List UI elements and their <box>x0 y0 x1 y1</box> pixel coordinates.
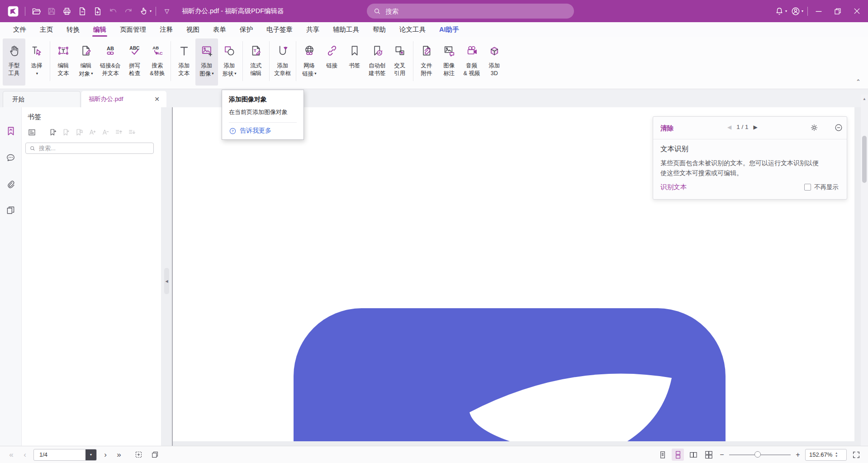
menu-item-page-management[interactable]: 页面管理 <box>113 22 153 37</box>
ribbon-button-add-text[interactable]: 添加文本 <box>173 38 195 86</box>
collapse-ribbon-icon[interactable]: ⌃ <box>856 79 861 85</box>
minimize-button[interactable] <box>811 4 826 19</box>
menu-item-home[interactable]: 主页 <box>33 22 60 37</box>
pages-panel-icon[interactable] <box>5 204 17 216</box>
account-dropdown-icon[interactable]: ▾ <box>802 9 803 13</box>
search-bookmark-icon[interactable] <box>73 126 86 138</box>
quick-access-icon[interactable]: ▽ <box>159 4 175 19</box>
close-button[interactable] <box>849 4 864 19</box>
zoom-level-box[interactable]: ▲ ▼ <box>805 449 847 461</box>
tab-document[interactable]: 福昕办公.pdf ✕ <box>81 91 166 107</box>
ribbon-button-hand-tool[interactable]: 手型工具 <box>3 38 25 86</box>
notice-prev-icon[interactable]: ◀ <box>727 124 731 130</box>
open-file-icon[interactable] <box>28 4 44 19</box>
menu-item-help[interactable]: 帮助 <box>366 22 393 37</box>
page-number-combo[interactable]: ▾ <box>33 449 97 461</box>
menu-item-comment[interactable]: 注释 <box>153 22 180 37</box>
page-remove-icon[interactable] <box>75 4 90 19</box>
ribbon-button-add-shape[interactable]: 添加形状▾ <box>218 38 241 86</box>
continuous-view-icon[interactable] <box>672 449 684 461</box>
zoom-spinner[interactable]: ▲ ▼ <box>835 452 838 458</box>
reduce-font-icon[interactable] <box>99 126 112 138</box>
delete-bookmark-icon[interactable] <box>60 126 73 138</box>
demote-bookmark-icon[interactable] <box>125 126 138 138</box>
ribbon-button-file-attachment[interactable]: 文件附件 <box>415 38 438 86</box>
first-page-icon[interactable]: « <box>6 449 16 460</box>
menu-item-e-sign[interactable]: 电子签章 <box>260 22 299 37</box>
save-icon[interactable] <box>44 4 59 19</box>
facing-view-icon[interactable] <box>687 449 699 461</box>
menu-item-ai-assistant[interactable]: AI助手 <box>432 22 466 37</box>
spin-down-icon[interactable]: ▼ <box>835 455 838 458</box>
ribbon-button-add-image[interactable]: 添加图像▾ <box>195 38 218 86</box>
zoom-out-icon[interactable]: − <box>718 451 726 459</box>
single-page-view-icon[interactable] <box>656 449 669 461</box>
last-page-icon[interactable]: » <box>114 449 124 460</box>
account-icon[interactable] <box>788 4 803 19</box>
bookmark-list-options-icon[interactable] <box>25 126 38 138</box>
ribbon-button-auto-create-bookmark[interactable]: A自动创建书签 <box>366 38 389 86</box>
hand-tool-dropdown-icon[interactable]: ▾ <box>150 9 152 13</box>
zoom-in-icon[interactable]: + <box>794 451 802 459</box>
redo-icon[interactable] <box>121 4 136 19</box>
notice-next-icon[interactable]: ▶ <box>754 124 758 130</box>
continuous-facing-view-icon[interactable] <box>702 449 715 461</box>
ribbon-button-select[interactable]: 选择▾ <box>25 38 48 86</box>
menu-item-form[interactable]: 表单 <box>206 22 233 37</box>
ribbon-button-edit-object[interactable]: 编辑对象▾ <box>75 38 97 86</box>
ribbon-button-link-merge-text[interactable]: AB链接&合并文本 <box>97 38 123 86</box>
menu-item-accessibility[interactable]: 辅助工具 <box>326 22 366 37</box>
tab-start-page[interactable]: 开始 <box>3 91 81 107</box>
notifications-dropdown-icon[interactable]: ▾ <box>785 9 787 13</box>
snapshot-icon[interactable] <box>132 449 145 461</box>
page-combo-dropdown-icon[interactable]: ▾ <box>85 449 96 461</box>
bookmark-search-box[interactable] <box>25 143 154 154</box>
dont-show-again-checkbox[interactable] <box>804 184 811 191</box>
ribbon-button-add-article-box[interactable]: 添加文章框 <box>271 38 294 86</box>
promote-bookmark-icon[interactable] <box>112 126 125 138</box>
notice-collapse-icon[interactable] <box>834 123 843 132</box>
tell-me-more-link[interactable]: 告诉我更多 <box>240 127 271 135</box>
expand-font-icon[interactable] <box>86 126 99 138</box>
next-page-icon[interactable]: › <box>100 449 110 460</box>
fullscreen-icon[interactable] <box>850 449 863 461</box>
foxit-logo-icon[interactable] <box>5 4 22 19</box>
bookmark-search-input[interactable] <box>39 145 150 152</box>
close-tab-icon[interactable]: ✕ <box>152 95 162 103</box>
undo-icon[interactable] <box>105 4 121 19</box>
attachments-panel-icon[interactable] <box>5 178 17 190</box>
bookmarks-panel-icon[interactable] <box>5 125 17 137</box>
scroll-up-icon[interactable]: ▲ <box>861 97 868 101</box>
ribbon-button-add-3d[interactable]: 添加3D <box>483 38 506 86</box>
restore-button[interactable] <box>830 4 845 19</box>
collapse-panel-handle[interactable]: ◀ <box>164 268 169 294</box>
menu-item-paper-tools[interactable]: 论文工具 <box>393 22 432 37</box>
menu-item-file[interactable]: 文件 <box>6 22 33 37</box>
ribbon-button-audio-video[interactable]: 音频& 视频 <box>460 38 483 86</box>
menu-item-protect[interactable]: 保护 <box>233 22 260 37</box>
page-number-input[interactable] <box>34 451 85 458</box>
add-bookmark-icon[interactable] <box>47 126 60 138</box>
ribbon-button-spell-check[interactable]: ABC拼写检查 <box>123 38 146 86</box>
recognize-text-link[interactable]: 识别文本 <box>660 183 687 191</box>
page-add-icon[interactable] <box>90 4 105 19</box>
search-input[interactable] <box>385 8 568 15</box>
menu-item-view[interactable]: 视图 <box>180 22 206 37</box>
notice-settings-gear-icon[interactable] <box>810 123 819 132</box>
scrollbar-thumb[interactable] <box>862 136 867 183</box>
ribbon-button-bookmark[interactable]: 书签 <box>343 38 366 86</box>
zoom-slider-thumb[interactable] <box>754 451 761 458</box>
comments-panel-icon[interactable] <box>5 152 17 163</box>
zoom-slider[interactable] <box>729 449 791 461</box>
menu-item-convert[interactable]: 转换 <box>60 22 86 37</box>
print-icon[interactable] <box>59 4 75 19</box>
notifications-bell-icon[interactable] <box>772 4 787 19</box>
zoom-level-input[interactable] <box>806 451 834 458</box>
ribbon-button-search-replace[interactable]: ABAC搜索&替换 <box>146 38 169 86</box>
menu-item-share[interactable]: 共享 <box>299 22 326 37</box>
ribbon-button-edit-text[interactable]: 编辑文本 <box>52 38 75 86</box>
clipboard-pages-icon[interactable] <box>148 449 161 461</box>
vertical-scrollbar[interactable]: ▲ <box>861 95 868 446</box>
clear-notice-link[interactable]: 清除 <box>660 124 674 133</box>
global-search-box[interactable] <box>367 4 574 19</box>
